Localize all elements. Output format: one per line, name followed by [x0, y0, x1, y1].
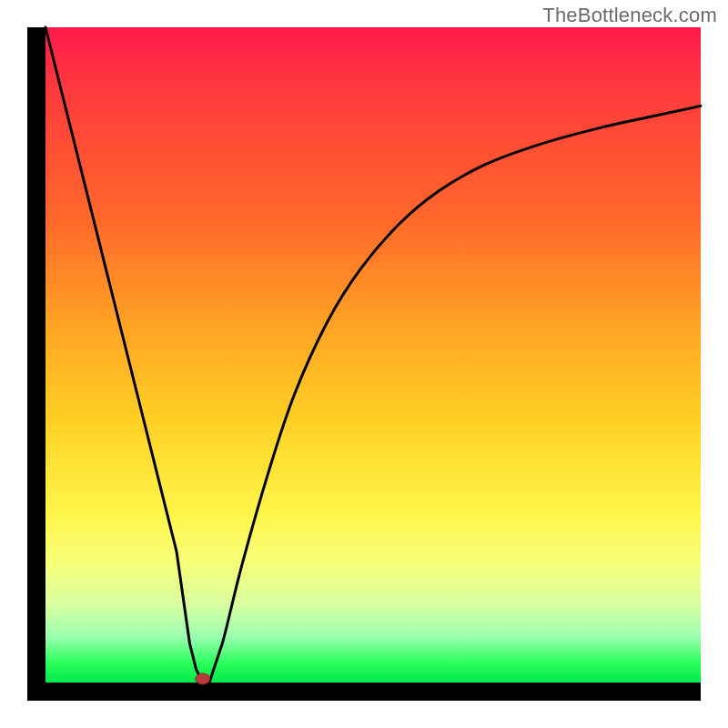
- chart-marker: [196, 673, 210, 684]
- chart-line: [46, 27, 701, 682]
- watermark-text: TheBottleneck.com: [542, 4, 717, 27]
- chart-svg: [46, 27, 701, 682]
- chart-container: TheBottleneck.com: [0, 0, 728, 728]
- chart-frame: [27, 27, 701, 701]
- chart-plot-area: [46, 27, 701, 682]
